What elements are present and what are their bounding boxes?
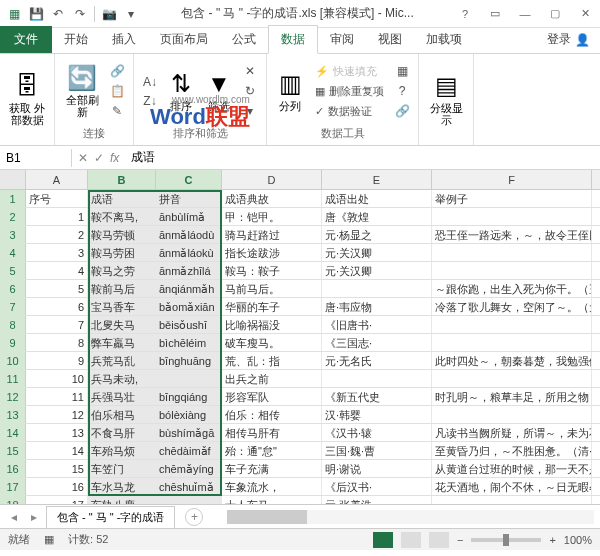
- cell[interactable]: 10: [26, 370, 88, 387]
- tab-insert[interactable]: 插入: [100, 26, 148, 53]
- cell[interactable]: 伯乐：相传: [222, 406, 322, 423]
- cell[interactable]: 北叟失马: [88, 316, 156, 333]
- table-row[interactable]: 65鞍前马后ānqiánmǎh马前马后。～跟你跑，出生入死为你干。（王树元: [0, 280, 600, 298]
- table-row[interactable]: 76宝马香车bǎomǎxiān华丽的车子唐·韦应物冷落了歌儿舞女，空闲了～。（元…: [0, 298, 600, 316]
- cell[interactable]: 鞍马劳顿: [88, 226, 156, 243]
- cell[interactable]: 举例子: [432, 190, 592, 207]
- cell[interactable]: bùshímǎgā: [156, 424, 222, 441]
- tab-home[interactable]: 开始: [52, 26, 100, 53]
- row-header[interactable]: 9: [0, 334, 26, 351]
- sort-button[interactable]: ⇅ 排序: [164, 59, 198, 123]
- cell[interactable]: 4: [26, 262, 88, 279]
- get-external-data-button[interactable]: 🗄 获取 外部数据: [6, 67, 48, 131]
- row-header[interactable]: 14: [0, 424, 26, 441]
- cell[interactable]: 9: [26, 352, 88, 369]
- cell[interactable]: 鞍前马后: [88, 280, 156, 297]
- col-header-e[interactable]: E: [322, 170, 432, 189]
- cell[interactable]: 兵荒马乱: [88, 352, 156, 369]
- cell[interactable]: 马前马后。: [222, 280, 322, 297]
- fx-icon[interactable]: fx: [110, 151, 119, 165]
- cell[interactable]: 《新五代史: [322, 388, 432, 405]
- remove-duplicates-button[interactable]: ▦删除重复项: [311, 82, 388, 101]
- consolidate-icon[interactable]: ▦: [392, 62, 412, 80]
- cell[interactable]: 8: [26, 334, 88, 351]
- cell[interactable]: 比喻祸福没: [222, 316, 322, 333]
- row-header[interactable]: 4: [0, 244, 26, 261]
- reapply-icon[interactable]: ↻: [240, 82, 260, 100]
- cell[interactable]: 伯乐相马: [88, 406, 156, 423]
- zoom-out-button[interactable]: −: [457, 534, 463, 546]
- add-sheet-button[interactable]: +: [185, 508, 203, 526]
- sort-asc-icon[interactable]: A↓: [140, 73, 160, 91]
- cell[interactable]: 元·杨显之: [322, 226, 432, 243]
- cell[interactable]: 唐《敦煌: [322, 208, 432, 225]
- table-row[interactable]: 1312伯乐相马bólèxiàng伯乐：相传汉·韩婴: [0, 406, 600, 424]
- formula-input[interactable]: 成语: [125, 147, 600, 168]
- cell[interactable]: 元·无名氏: [322, 352, 432, 369]
- flash-fill-button[interactable]: ⚡快速填充: [311, 62, 388, 81]
- login-button[interactable]: 登录👤: [537, 26, 600, 53]
- minimize-button[interactable]: —: [510, 2, 540, 26]
- cell[interactable]: 车子充满: [222, 460, 322, 477]
- filter-button[interactable]: ▼ 筛选: [202, 59, 236, 123]
- row-header[interactable]: 15: [0, 442, 26, 459]
- row-header[interactable]: 16: [0, 460, 26, 477]
- row-header[interactable]: 11: [0, 370, 26, 387]
- relationships-icon[interactable]: 🔗: [392, 102, 412, 120]
- cell[interactable]: 荒、乱：指: [222, 352, 322, 369]
- cell[interactable]: 鞍不离马,: [88, 208, 156, 225]
- cell[interactable]: 12: [26, 406, 88, 423]
- properties-icon[interactable]: 📋: [107, 82, 127, 100]
- table-row[interactable]: 98弊车羸马bìchēléim破车瘦马。《三国志·: [0, 334, 600, 352]
- cell[interactable]: chēshuǐmǎ: [156, 478, 222, 495]
- cell[interactable]: 车笠门: [88, 460, 156, 477]
- cell[interactable]: 5: [26, 280, 88, 297]
- row-header[interactable]: 8: [0, 316, 26, 333]
- cell[interactable]: 鞍马：鞍子: [222, 262, 322, 279]
- clear-filter-icon[interactable]: ✕: [240, 62, 260, 80]
- cell[interactable]: 此时四处～，朝秦暮楚，我勉强做了一部: [432, 352, 592, 369]
- cell[interactable]: 《汉书·辕: [322, 424, 432, 441]
- cell[interactable]: 17: [26, 496, 88, 504]
- table-row[interactable]: 1514车殆马烦chēdàimǎf殆：通"怠"三国·魏·曹至黄昏乃归，～不胜困惫…: [0, 442, 600, 460]
- cell[interactable]: 凡读书当阙所疑，所谓～，未为不知味。: [432, 424, 592, 441]
- cell[interactable]: [432, 316, 592, 333]
- close-button[interactable]: ✕: [570, 2, 600, 26]
- view-normal-button[interactable]: [373, 532, 393, 548]
- row-header[interactable]: 6: [0, 280, 26, 297]
- horizontal-scrollbar[interactable]: [227, 510, 594, 524]
- row-header[interactable]: 5: [0, 262, 26, 279]
- cell[interactable]: 成语出处: [322, 190, 432, 207]
- help-button[interactable]: ?: [450, 2, 480, 26]
- cell[interactable]: 车殆马烦: [88, 442, 156, 459]
- cell[interactable]: 拼音: [156, 190, 222, 207]
- cell[interactable]: 唐·韦应物: [322, 298, 432, 315]
- sheet-tab-active[interactable]: 包含 - " 马 " -字的成语: [46, 506, 175, 528]
- view-layout-button[interactable]: [401, 532, 421, 548]
- cell[interactable]: 从黄道台过班的时候，那一天不是～: [432, 460, 592, 477]
- cell[interactable]: ānmǎláodù: [156, 226, 222, 243]
- cell[interactable]: 殆：通"怠": [222, 442, 322, 459]
- advanced-filter-icon[interactable]: ▾: [240, 102, 260, 120]
- camera-icon[interactable]: 📷: [99, 4, 119, 24]
- zoom-slider[interactable]: [471, 538, 541, 542]
- name-box[interactable]: B1: [0, 149, 72, 167]
- row-header[interactable]: 13: [0, 406, 26, 423]
- table-row[interactable]: 87北叟失马běisǒushī比喻祸福没《旧唐书·: [0, 316, 600, 334]
- cell[interactable]: běisǒushī: [156, 316, 222, 333]
- table-row[interactable]: 1110兵马未动,出兵之前: [0, 370, 600, 388]
- cell[interactable]: 11: [26, 388, 88, 405]
- cell[interactable]: 元·关汉卿: [322, 244, 432, 261]
- cell[interactable]: ānmǎzhīlá: [156, 262, 222, 279]
- cell[interactable]: 兵强马壮: [88, 388, 156, 405]
- cell[interactable]: chēmǎyíng: [156, 460, 222, 477]
- tab-file[interactable]: 文件: [0, 26, 52, 53]
- cell[interactable]: 6: [26, 298, 88, 315]
- cancel-formula-icon[interactable]: ✕: [78, 151, 88, 165]
- tab-layout[interactable]: 页面布局: [148, 26, 220, 53]
- cell[interactable]: ānbùlímǎ: [156, 208, 222, 225]
- cell[interactable]: 车水马龙: [88, 478, 156, 495]
- cell[interactable]: 弊车羸马: [88, 334, 156, 351]
- row-header[interactable]: 17: [0, 478, 26, 495]
- cell[interactable]: [432, 370, 592, 387]
